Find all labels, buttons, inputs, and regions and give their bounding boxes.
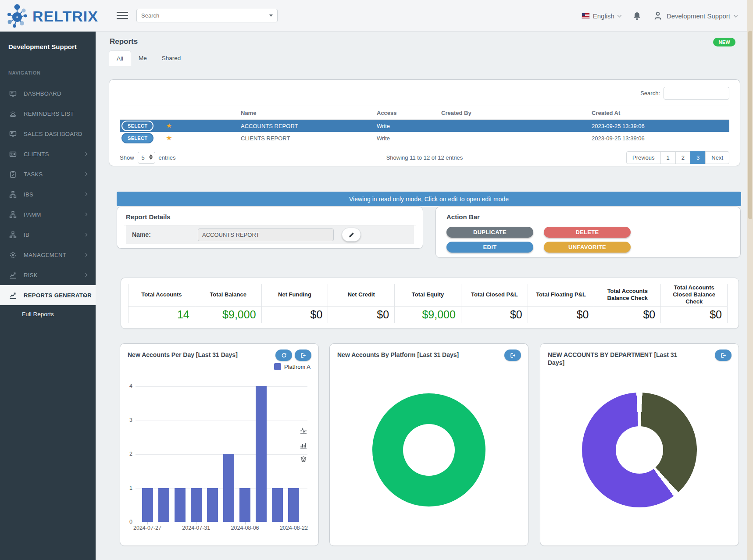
bar[interactable]: [272, 488, 283, 522]
global-search[interactable]: [136, 9, 278, 22]
id-card-icon: [9, 150, 17, 158]
stat-net-funding: Net Funding$0: [262, 284, 328, 323]
page-scrollbar[interactable]: [747, 0, 753, 560]
edit-button[interactable]: EDIT: [446, 242, 533, 253]
bar[interactable]: [239, 488, 250, 522]
top-bar: RELTRIX English Development Support: [0, 0, 753, 32]
page-button-next[interactable]: Next: [705, 151, 729, 164]
y-axis-tick-label: 3: [121, 417, 132, 423]
bar[interactable]: [142, 488, 153, 522]
new-accounts-per-day-card: New Accounts Per Day [Last 31 Days] Plat…: [120, 343, 319, 546]
stat-label: Total Accounts Balance Check: [594, 284, 660, 307]
person-icon: [653, 11, 663, 21]
sidebar-item-risk[interactable]: RISK: [0, 265, 96, 285]
export-icon: [510, 352, 516, 359]
us-flag-icon: [582, 13, 589, 18]
sidebar-item-full-reports[interactable]: Full Reports: [0, 305, 96, 323]
sidebar-item-ibs[interactable]: IBS: [0, 184, 96, 204]
clipboard-check-icon: [9, 171, 17, 178]
sidebar-item-label: PAMM: [24, 211, 41, 218]
table-row[interactable]: SELECT★CLIENTS REPORTWrite2023-09-25 13:…: [120, 132, 729, 144]
table-search-input[interactable]: [664, 87, 729, 100]
sidebar-item-clients[interactable]: CLIENTS: [0, 144, 96, 164]
stat-value: $0: [461, 307, 528, 323]
page-button-previous[interactable]: Previous: [626, 151, 661, 164]
column-header-created-by[interactable]: Created By: [441, 110, 592, 116]
department-donut-chart: [582, 392, 697, 507]
sidebar-item-label: REPORTS GENERATOR: [24, 292, 92, 299]
tab-all[interactable]: All: [109, 50, 131, 66]
column-header-name[interactable]: Name: [241, 110, 377, 116]
sidebar-item-dashboard[interactable]: DASHBOARD: [0, 83, 96, 103]
select-report-button[interactable]: SELECT: [121, 133, 153, 143]
sidebar-item-reports-generator[interactable]: REPORTS GENERATOR: [0, 285, 96, 305]
brand-logo[interactable]: RELTRIX: [5, 3, 98, 30]
bar[interactable]: [175, 488, 186, 522]
user-menu[interactable]: Development Support: [653, 11, 737, 21]
favorite-star-icon[interactable]: ★: [166, 122, 172, 129]
legend-swatch: [274, 363, 281, 370]
duplicate-button[interactable]: DUPLICATE: [446, 227, 533, 238]
sidebar-item-sales-dashboard[interactable]: SALES DASHBOARD: [0, 124, 96, 144]
brand-name: RELTRIX: [32, 8, 98, 25]
export-button[interactable]: [715, 350, 732, 361]
y-axis-tick-label: 4: [121, 383, 132, 389]
hamburger-menu-icon[interactable]: [117, 12, 128, 20]
tab-shared[interactable]: Shared: [154, 50, 189, 66]
chevron-right-icon: [84, 273, 87, 277]
stat-value: $0: [594, 307, 660, 323]
stat-total-floating-p-l: Total Floating P&L$0: [528, 284, 595, 323]
export-button[interactable]: [295, 350, 311, 361]
monitor-icon: [9, 90, 17, 97]
tab-me[interactable]: Me: [131, 50, 154, 66]
line-chart-icon[interactable]: [300, 427, 307, 434]
language-selector[interactable]: English: [582, 12, 621, 20]
favorite-star-icon[interactable]: ★: [166, 135, 172, 142]
table-row[interactable]: SELECT★ACCOUNTS REPORTWrite2023-09-25 13…: [120, 120, 729, 132]
edit-name-button[interactable]: [342, 228, 361, 242]
page-button-3[interactable]: 3: [690, 151, 706, 164]
bar-chart-icon[interactable]: [300, 442, 307, 449]
spinner-arrows-icon: [149, 154, 153, 160]
bar[interactable]: [191, 488, 202, 522]
unfavorite-button[interactable]: UNFAVORITE: [544, 242, 631, 253]
bar-chart-plot-area: [136, 386, 307, 522]
page-button-1[interactable]: 1: [660, 151, 676, 164]
scrollbar-thumb[interactable]: [748, 31, 752, 219]
app-root: RELTRIX English Development Support: [0, 0, 753, 560]
page-button-2[interactable]: 2: [675, 151, 691, 164]
y-axis-tick-label: 1: [121, 485, 132, 491]
reports-table-card: Search: NameAccessCreated ByCreated At S…: [109, 79, 740, 166]
chevron-right-icon: [84, 253, 87, 257]
column-header-created-at[interactable]: Created At: [592, 110, 729, 116]
select-report-button[interactable]: SELECT: [121, 121, 153, 131]
stat-total-closed-p-l: Total Closed P&L$0: [461, 284, 528, 323]
export-button[interactable]: [504, 350, 521, 361]
new-badge: NEW: [713, 38, 735, 46]
report-name-input[interactable]: [198, 228, 334, 241]
bar[interactable]: [288, 488, 299, 522]
bar[interactable]: [158, 488, 169, 522]
sidebar-item-pamm[interactable]: PAMM: [0, 204, 96, 225]
sidebar-item-reminders-list[interactable]: REMINDERS LIST: [0, 103, 96, 124]
sidebar-item-tasks[interactable]: TASKS: [0, 164, 96, 184]
stack-icon[interactable]: [300, 456, 307, 463]
bar[interactable]: [223, 454, 234, 522]
chart-type-toggles: [300, 427, 307, 463]
entries-per-page-select[interactable]: 5: [138, 152, 155, 164]
report-details-card: Report Details Name:: [117, 207, 423, 249]
column-header-access[interactable]: Access: [377, 110, 441, 116]
bar[interactable]: [207, 488, 218, 522]
sidebar-item-management[interactable]: MANAGEMENT: [0, 245, 96, 265]
refresh-button[interactable]: [275, 350, 292, 361]
delete-button[interactable]: DELETE: [544, 227, 631, 238]
global-search-input[interactable]: [141, 12, 269, 19]
bar[interactable]: [256, 386, 267, 522]
search-dropdown-caret-icon[interactable]: [269, 14, 273, 17]
stat-value: $0: [262, 307, 328, 323]
sidebar-item-ib[interactable]: IB: [0, 225, 96, 245]
stat-net-credit: Net Credit$0: [328, 284, 395, 323]
bell-icon[interactable]: [632, 11, 642, 21]
sidebar-item-label: IB: [24, 232, 29, 238]
x-axis-tick-label: 2024-07-27: [128, 525, 166, 531]
